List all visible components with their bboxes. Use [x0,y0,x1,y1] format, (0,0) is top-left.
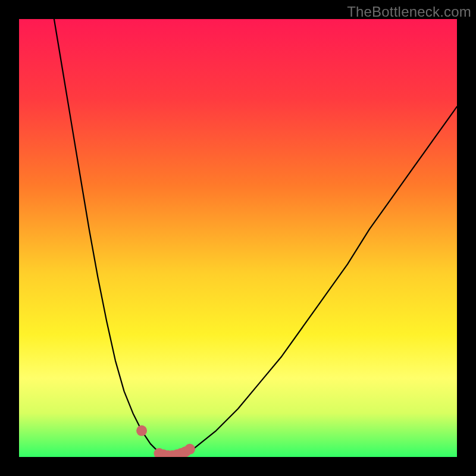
watermark-text: TheBottleneck.com [347,4,471,20]
data-point [184,444,195,455]
chart-svg [19,19,457,457]
bottleneck-curve [54,19,457,457]
plot-area [19,19,457,457]
marker-group [136,425,195,457]
chart-frame: TheBottleneck.com [0,0,476,476]
data-point [136,425,147,436]
